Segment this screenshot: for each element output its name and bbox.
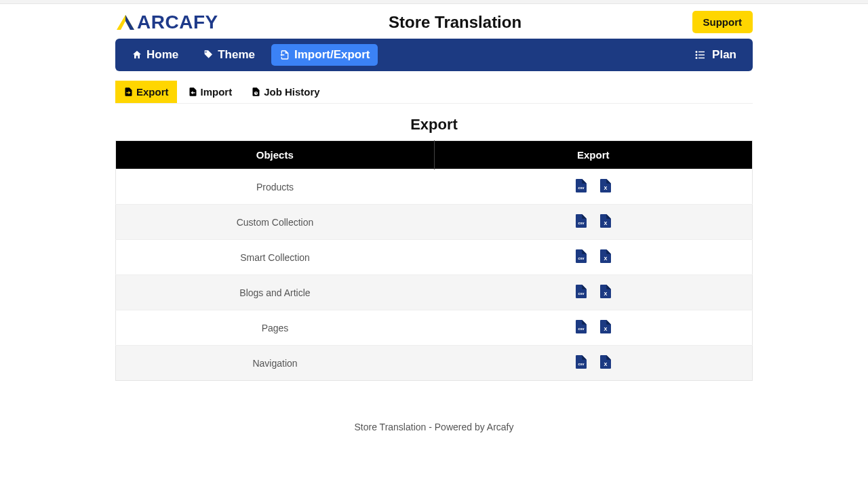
header: ARCAFY Store Translation Support bbox=[115, 4, 753, 39]
export-excel-icon[interactable]: X bbox=[600, 179, 611, 195]
main-nav: Home Theme Import/Export Plan bbox=[115, 39, 753, 71]
tab-job-history-label: Job History bbox=[264, 86, 320, 98]
import-icon bbox=[188, 87, 198, 97]
export-csv-icon[interactable]: csv bbox=[576, 179, 587, 195]
nav-home[interactable]: Home bbox=[123, 44, 186, 66]
object-name-cell: Custom Collection bbox=[116, 205, 435, 240]
svg-text:X: X bbox=[604, 220, 607, 226]
nav-home-label: Home bbox=[146, 48, 178, 62]
svg-rect-3 bbox=[698, 54, 705, 56]
tab-job-history[interactable]: Job History bbox=[243, 81, 328, 103]
file-import-icon bbox=[279, 49, 290, 60]
page-title: Store Translation bbox=[218, 13, 692, 32]
tab-import-label: Import bbox=[201, 86, 233, 98]
object-name-cell: Smart Collection bbox=[116, 240, 435, 275]
export-csv-icon[interactable]: csv bbox=[576, 214, 587, 230]
section-title: Export bbox=[115, 116, 753, 134]
object-name-cell: Pages bbox=[116, 310, 435, 346]
svg-text:X: X bbox=[604, 256, 607, 262]
table-row: Blogs and ArticlecsvX bbox=[116, 275, 753, 310]
export-csv-icon[interactable]: csv bbox=[576, 249, 587, 265]
table-row: Smart CollectioncsvX bbox=[116, 240, 753, 275]
export-csv-icon[interactable]: csv bbox=[576, 320, 587, 336]
footer-text: Store Translation - Powered by Arcafy bbox=[115, 422, 753, 432]
svg-point-2 bbox=[696, 54, 698, 56]
brand-text: ARCAFY bbox=[137, 12, 218, 33]
history-icon bbox=[251, 87, 261, 97]
nav-plan-label: Plan bbox=[712, 48, 736, 62]
nav-import-export-label: Import/Export bbox=[294, 48, 370, 62]
col-header-objects: Objects bbox=[116, 141, 435, 169]
brand-logo[interactable]: ARCAFY bbox=[115, 12, 218, 33]
home-icon bbox=[132, 49, 142, 60]
support-button[interactable]: Support bbox=[692, 11, 753, 33]
export-excel-icon[interactable]: X bbox=[600, 285, 611, 300]
export-excel-icon[interactable]: X bbox=[600, 214, 611, 230]
svg-text:X: X bbox=[604, 326, 607, 332]
nav-theme-label: Theme bbox=[218, 48, 255, 62]
svg-text:csv: csv bbox=[578, 256, 584, 260]
svg-point-4 bbox=[696, 57, 698, 59]
table-row: PagescsvX bbox=[116, 310, 753, 346]
svg-text:csv: csv bbox=[578, 362, 584, 366]
svg-text:X: X bbox=[604, 291, 607, 297]
export-table: Objects Export ProductscsvXCustom Collec… bbox=[115, 140, 753, 381]
svg-text:csv: csv bbox=[578, 291, 584, 296]
list-icon bbox=[694, 49, 707, 61]
svg-rect-5 bbox=[698, 58, 705, 59]
tag-icon bbox=[203, 49, 214, 60]
tab-export[interactable]: Export bbox=[115, 81, 177, 103]
object-name-cell: Products bbox=[116, 169, 435, 205]
export-csv-icon[interactable]: csv bbox=[576, 355, 587, 371]
export-actions-cell: csvX bbox=[434, 310, 753, 346]
table-row: NavigationcsvX bbox=[116, 346, 753, 381]
nav-import-export[interactable]: Import/Export bbox=[271, 44, 378, 66]
svg-text:X: X bbox=[604, 185, 607, 191]
export-excel-icon[interactable]: X bbox=[600, 355, 611, 371]
tab-export-label: Export bbox=[136, 86, 169, 98]
svg-text:csv: csv bbox=[578, 221, 584, 225]
export-actions-cell: csvX bbox=[434, 346, 753, 381]
export-actions-cell: csvX bbox=[434, 205, 753, 240]
export-excel-icon[interactable]: X bbox=[600, 249, 611, 265]
export-actions-cell: csvX bbox=[434, 169, 753, 205]
nav-plan[interactable]: Plan bbox=[686, 44, 745, 66]
nav-theme[interactable]: Theme bbox=[195, 44, 263, 66]
svg-text:csv: csv bbox=[578, 186, 584, 190]
tab-import[interactable]: Import bbox=[180, 81, 241, 103]
svg-rect-1 bbox=[698, 52, 705, 53]
col-header-export: Export bbox=[434, 141, 753, 169]
svg-point-0 bbox=[696, 51, 698, 53]
export-excel-icon[interactable]: X bbox=[600, 320, 611, 336]
sub-tabs: Export Import Job History bbox=[115, 81, 753, 104]
svg-text:X: X bbox=[604, 361, 607, 367]
export-actions-cell: csvX bbox=[434, 240, 753, 275]
object-name-cell: Blogs and Article bbox=[116, 275, 435, 310]
table-row: Custom CollectioncsvX bbox=[116, 205, 753, 240]
svg-text:csv: csv bbox=[578, 327, 584, 331]
export-csv-icon[interactable]: csv bbox=[576, 285, 587, 300]
object-name-cell: Navigation bbox=[116, 346, 435, 381]
export-actions-cell: csvX bbox=[434, 275, 753, 310]
brand-arc-icon bbox=[115, 14, 136, 31]
export-icon bbox=[123, 87, 134, 97]
table-row: ProductscsvX bbox=[116, 169, 753, 205]
